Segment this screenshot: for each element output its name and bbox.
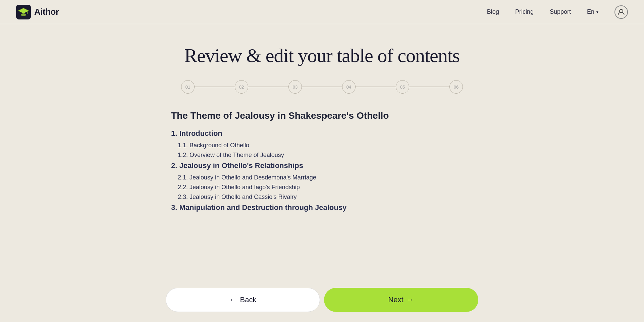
toc-item-1-1: 1.1. Background of Othello bbox=[171, 142, 473, 149]
language-selector[interactable]: En ▾ bbox=[587, 8, 598, 15]
language-label: En bbox=[587, 8, 594, 15]
step-1: 01 bbox=[181, 80, 195, 94]
step-line-5 bbox=[409, 87, 449, 87]
header: Aithor Blog Pricing Support En ▾ bbox=[0, 0, 644, 24]
toc-item-2-1: 2.1. Jealousy in Othello and Desdemona's… bbox=[171, 174, 473, 181]
step-3: 03 bbox=[288, 80, 302, 94]
bottom-nav: ← Back Next → bbox=[0, 281, 644, 322]
step-line-1 bbox=[195, 87, 235, 87]
user-avatar[interactable] bbox=[614, 5, 628, 19]
step-line-3 bbox=[302, 87, 342, 87]
page-title: Review & edit your table of contents bbox=[184, 44, 460, 67]
toc-container: The Theme of Jealousy in Shakespeare's O… bbox=[171, 110, 473, 216]
toc-item-1: 1. Introduction bbox=[171, 129, 473, 138]
next-button[interactable]: Next → bbox=[324, 288, 478, 312]
nav-support[interactable]: Support bbox=[550, 8, 571, 15]
step-2: 02 bbox=[235, 80, 248, 94]
step-5: 05 bbox=[396, 80, 409, 94]
back-label: Back bbox=[240, 296, 257, 304]
back-button[interactable]: ← Back bbox=[166, 288, 320, 312]
stepper: 01 02 03 04 05 06 bbox=[181, 80, 463, 94]
logo-text: Aithor bbox=[34, 7, 59, 17]
toc-title: The Theme of Jealousy in Shakespeare's O… bbox=[171, 110, 473, 121]
step-4: 04 bbox=[342, 80, 356, 94]
chevron-down-icon: ▾ bbox=[596, 10, 598, 14]
user-icon bbox=[618, 8, 625, 16]
nav-pricing[interactable]: Pricing bbox=[515, 8, 534, 15]
logo-icon bbox=[16, 5, 31, 19]
next-label: Next bbox=[388, 296, 403, 304]
step-line-2 bbox=[248, 87, 288, 87]
toc-item-3: 3. Manipulation and Destruction through … bbox=[171, 203, 473, 212]
nav-blog[interactable]: Blog bbox=[487, 8, 499, 15]
next-arrow-icon: → bbox=[407, 296, 414, 304]
svg-point-3 bbox=[21, 13, 26, 16]
logo[interactable]: Aithor bbox=[16, 5, 59, 19]
step-6: 06 bbox=[449, 80, 463, 94]
toc-item-2-3: 2.3. Jealousy in Othello and Cassio's Ri… bbox=[171, 194, 473, 201]
toc-item-2: 2. Jealousy in Othello's Relationships bbox=[171, 161, 473, 170]
toc-item-1-2: 1.2. Overview of the Theme of Jealousy bbox=[171, 152, 473, 159]
toc-item-2-2: 2.2. Jealousy in Othello and Iago's Frie… bbox=[171, 184, 473, 191]
main-content: Review & edit your table of contents 01 … bbox=[0, 24, 644, 322]
back-arrow-icon: ← bbox=[229, 296, 237, 304]
step-line-4 bbox=[356, 87, 396, 87]
main-nav: Blog Pricing Support En ▾ bbox=[487, 5, 628, 19]
svg-rect-2 bbox=[27, 11, 28, 14]
